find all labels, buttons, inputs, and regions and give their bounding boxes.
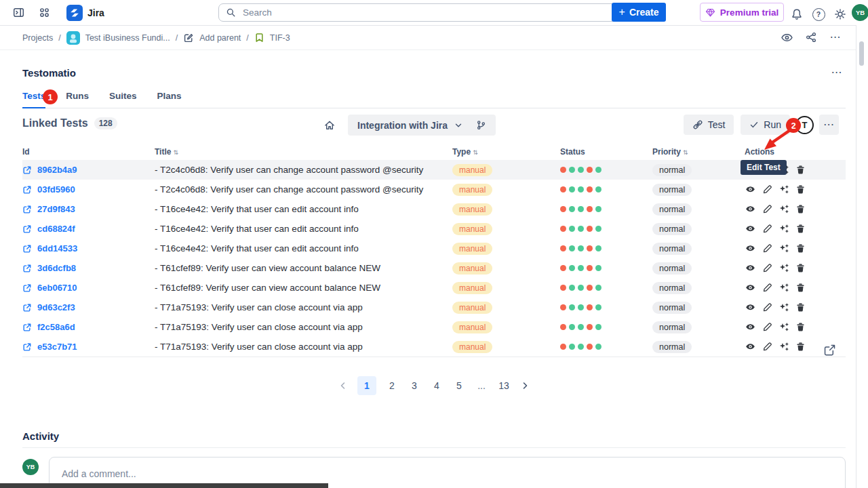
edit-test-button[interactable] bbox=[762, 204, 772, 214]
home-button[interactable] bbox=[321, 117, 338, 134]
app-switcher-button[interactable] bbox=[35, 4, 53, 22]
view-test-button[interactable] bbox=[745, 243, 756, 253]
ai-generate-button[interactable] bbox=[778, 302, 789, 312]
delete-test-button[interactable] bbox=[795, 204, 806, 214]
pagination-page[interactable]: 13 bbox=[497, 376, 511, 395]
table-row[interactable]: 8962b4a9 - T2c4c06d8: Verify user can ch… bbox=[22, 160, 846, 180]
edit-test-button[interactable] bbox=[762, 322, 772, 332]
table-row[interactable]: cd68824f - T16ce4e42: Verify that user c… bbox=[22, 219, 846, 239]
table-row[interactable]: f2c58a6d - T71a75193: Verify user can cl… bbox=[22, 317, 846, 337]
row-id-label[interactable]: 9d63c2f3 bbox=[37, 302, 75, 312]
table-row[interactable]: 03fd5960 - T2c4c06d8: Verify user can ch… bbox=[22, 180, 846, 199]
view-test-button[interactable] bbox=[745, 302, 756, 312]
breadcrumb-more-button[interactable]: ⋯ bbox=[825, 28, 846, 47]
delete-test-button[interactable] bbox=[795, 184, 806, 195]
tab-suites[interactable]: Suites bbox=[109, 91, 137, 108]
row-id-label[interactable]: e53c7b71 bbox=[37, 342, 77, 352]
global-search[interactable] bbox=[218, 3, 620, 22]
tab-plans[interactable]: Plans bbox=[157, 91, 182, 108]
table-row[interactable]: 27d9f843 - T16ce4e42: Verify that user c… bbox=[22, 199, 846, 219]
edit-test-button[interactable] bbox=[762, 283, 772, 293]
row-id-label[interactable]: 6dd14533 bbox=[37, 243, 77, 253]
delete-test-button[interactable] bbox=[795, 302, 806, 312]
breadcrumb-project[interactable]: Test iBusiness Fundi... bbox=[66, 31, 170, 45]
row-id-label[interactable]: 6eb06710 bbox=[37, 283, 77, 293]
ai-generate-button[interactable] bbox=[778, 204, 789, 214]
ai-generate-button[interactable] bbox=[778, 322, 789, 332]
table-row[interactable]: 3d6dcfb8 - T61cfef89: Verify user can vi… bbox=[22, 258, 846, 278]
row-id-label[interactable]: 27d9f843 bbox=[37, 204, 75, 214]
panel-more-button[interactable]: ⋯ bbox=[828, 64, 846, 81]
user-avatar[interactable]: YB bbox=[852, 4, 868, 21]
edit-test-button[interactable] bbox=[762, 224, 772, 234]
row-type-badge: manual bbox=[452, 282, 492, 294]
delete-test-button[interactable] bbox=[795, 342, 806, 352]
search-input[interactable] bbox=[241, 7, 612, 18]
sidebar-toggle-button[interactable] bbox=[9, 4, 27, 22]
ai-generate-button[interactable] bbox=[778, 263, 789, 273]
delete-test-button[interactable] bbox=[795, 263, 806, 273]
notifications-button[interactable] bbox=[788, 5, 806, 23]
edit-test-button[interactable] bbox=[762, 243, 772, 253]
view-test-button[interactable] bbox=[745, 342, 756, 352]
breadcrumb-add-parent[interactable]: Add parent bbox=[183, 33, 241, 43]
pagination-page[interactable]: 5 bbox=[452, 376, 466, 395]
view-test-button[interactable] bbox=[745, 184, 756, 195]
edit-test-button[interactable] bbox=[762, 302, 772, 312]
edit-test-button[interactable] bbox=[762, 342, 772, 352]
row-id-label[interactable]: cd68824f bbox=[37, 224, 75, 234]
edit-test-button[interactable] bbox=[762, 184, 772, 195]
create-button[interactable]: + Create bbox=[612, 3, 666, 22]
ai-generate-button[interactable] bbox=[778, 243, 789, 253]
breadcrumb-projects[interactable]: Projects bbox=[22, 33, 53, 43]
view-test-button[interactable] bbox=[745, 263, 756, 273]
pagination-page[interactable]: 4 bbox=[430, 376, 443, 395]
help-button[interactable]: ? bbox=[810, 5, 827, 23]
view-test-button[interactable] bbox=[745, 224, 756, 234]
tab-tests[interactable]: Tests bbox=[22, 91, 45, 108]
premium-trial-button[interactable]: Premium trial bbox=[700, 3, 784, 22]
header-priority-sort[interactable]: Priority⇅ bbox=[652, 147, 745, 157]
row-id-label[interactable]: 03fd5960 bbox=[37, 184, 75, 195]
delete-test-button[interactable] bbox=[795, 322, 806, 332]
ai-generate-button[interactable] bbox=[778, 224, 789, 234]
table-row[interactable]: e53c7b71 - T71a75193: Verify user can cl… bbox=[22, 337, 846, 357]
view-test-button[interactable] bbox=[745, 322, 756, 332]
status-dot bbox=[569, 167, 575, 173]
pagination-page[interactable]: 2 bbox=[385, 376, 399, 395]
branch-filter-dropdown[interactable]: Integration with Jira bbox=[348, 115, 496, 136]
link-test-button[interactable]: Test bbox=[684, 115, 734, 135]
tab-runs[interactable]: Runs bbox=[66, 91, 89, 108]
pagination-prev-button[interactable] bbox=[338, 380, 349, 391]
delete-test-button[interactable] bbox=[795, 165, 806, 175]
pagination-page[interactable]: 3 bbox=[408, 376, 421, 395]
share-button[interactable] bbox=[801, 28, 821, 47]
settings-button[interactable] bbox=[831, 5, 849, 23]
ai-generate-button[interactable] bbox=[778, 184, 789, 195]
export-button[interactable] bbox=[823, 343, 837, 357]
delete-test-button[interactable] bbox=[795, 243, 806, 253]
table-row[interactable]: 9d63c2f3 - T71a75193: Verify user can cl… bbox=[22, 298, 846, 317]
scrollbar-track[interactable] bbox=[856, 25, 868, 488]
header-title-sort[interactable]: Title⇅ bbox=[155, 147, 452, 157]
pagination-page[interactable]: 1 bbox=[357, 376, 376, 395]
row-id-label[interactable]: 3d6dcfb8 bbox=[37, 263, 76, 273]
edit-test-button[interactable] bbox=[762, 263, 772, 273]
delete-test-button[interactable] bbox=[795, 283, 806, 293]
row-id-label[interactable]: f2c58a6d bbox=[37, 322, 75, 332]
toolbar-more-button[interactable]: ⋯ bbox=[819, 115, 839, 135]
pagination-next-button[interactable] bbox=[519, 380, 530, 391]
view-test-button[interactable] bbox=[745, 283, 756, 293]
row-id-label[interactable]: 8962b4a9 bbox=[37, 165, 77, 175]
delete-test-button[interactable] bbox=[795, 224, 806, 234]
ai-generate-button[interactable] bbox=[778, 342, 789, 352]
table-row[interactable]: 6dd14533 - T16ce4e42: Verify that user c… bbox=[22, 239, 846, 258]
watch-button[interactable] bbox=[776, 28, 797, 47]
scrollbar-thumb[interactable] bbox=[859, 41, 864, 66]
table-row[interactable]: 6eb06710 - T61cfef89: Verify user can vi… bbox=[22, 278, 846, 298]
ai-generate-button[interactable] bbox=[778, 283, 789, 293]
view-test-button[interactable] bbox=[745, 204, 756, 214]
jira-home-link[interactable]: Jira bbox=[66, 5, 104, 21]
header-type-sort[interactable]: Type⇅ bbox=[452, 147, 560, 157]
breadcrumb-issue[interactable]: TIF-3 bbox=[254, 33, 290, 43]
